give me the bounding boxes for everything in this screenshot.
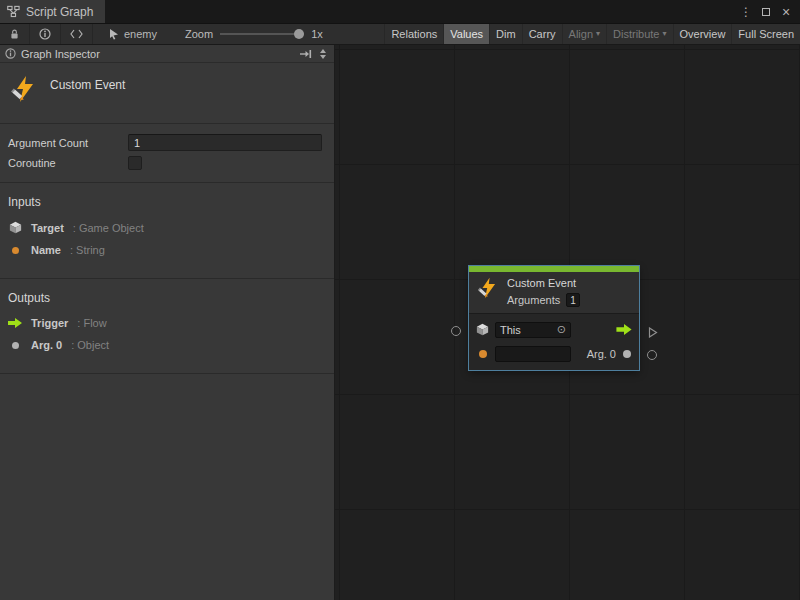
script-graph-icon xyxy=(7,5,20,18)
custom-event-icon xyxy=(477,277,499,299)
coroutine-checkbox[interactable] xyxy=(128,156,142,170)
outputs-section: Outputs Trigger : Flow Arg. 0 : Object xyxy=(0,279,334,374)
custom-event-icon xyxy=(10,75,38,103)
target-port-prompt-circle[interactable] xyxy=(451,326,461,336)
port-name: Target xyxy=(31,222,64,234)
tab-script-graph[interactable]: Script Graph xyxy=(0,0,105,23)
port-name: Trigger xyxy=(31,317,68,329)
zoom-slider-track xyxy=(220,33,304,35)
node-header-text: Custom Event Arguments 1 xyxy=(507,277,580,307)
full-screen-button[interactable]: Full Screen xyxy=(731,24,800,44)
info-icon xyxy=(39,28,51,40)
lock-button[interactable] xyxy=(0,24,30,44)
graph-canvas[interactable]: Custom Event Arguments 1 xyxy=(335,45,800,600)
coroutine-label: Coroutine xyxy=(8,157,128,169)
graph-toolbar: enemy Zoom 1x Relations Values Dim Carry… xyxy=(0,23,800,45)
port-type: : Game Object xyxy=(73,222,144,234)
panel-scrubber[interactable] xyxy=(317,49,329,59)
maximize-icon xyxy=(762,8,770,16)
graph-inspector-panel: Graph Inspector xyxy=(0,45,335,600)
game-object-cube-icon xyxy=(8,221,22,234)
custom-event-node[interactable]: Custom Event Arguments 1 xyxy=(469,266,639,370)
string-value-dot-icon xyxy=(8,247,22,254)
arg0-port-prompt-circle[interactable] xyxy=(647,350,657,360)
align-button-label: Align xyxy=(569,28,593,40)
outputs-heading: Outputs xyxy=(8,291,324,305)
node-arguments-row: Arguments 1 xyxy=(507,293,580,307)
flow-arrow-icon xyxy=(8,317,22,329)
graph-reference[interactable]: enemy xyxy=(109,24,157,44)
code-icon xyxy=(70,29,83,39)
target-object-field[interactable]: This ⊙ xyxy=(495,322,571,338)
port-name: Arg. 0 xyxy=(31,339,62,351)
object-picker-icon[interactable]: ⊙ xyxy=(557,324,566,335)
argument-count-row: Argument Count xyxy=(8,134,322,151)
arguments-label: Arguments xyxy=(507,294,560,306)
dock-panel-icon[interactable] xyxy=(299,49,312,59)
object-value-dot-icon xyxy=(8,342,22,349)
argument-count-label: Argument Count xyxy=(8,137,128,149)
node-name-row: Arg. 0 xyxy=(476,345,632,362)
dim-button[interactable]: Dim xyxy=(489,24,522,44)
graph-pointer-icon xyxy=(109,28,119,40)
align-button[interactable]: Align ▾ xyxy=(562,24,606,44)
argument-count-input[interactable] xyxy=(128,134,322,151)
carry-button[interactable]: Carry xyxy=(522,24,562,44)
graph-inspector-title: Graph Inspector xyxy=(21,48,100,60)
overview-button[interactable]: Overview xyxy=(673,24,732,44)
toolbar-button-group: Relations Values Dim Carry Align ▾ Distr… xyxy=(384,24,800,44)
inspector-fields: Argument Count Coroutine xyxy=(0,124,334,183)
window-controls: ⋮ × xyxy=(738,0,800,23)
node-header[interactable]: Custom Event Arguments 1 xyxy=(469,272,639,313)
values-button[interactable]: Values xyxy=(443,24,489,44)
lock-icon xyxy=(9,28,20,40)
trigger-port-prompt-triangle[interactable] xyxy=(648,324,658,342)
tab-bar: Script Graph ⋮ × xyxy=(0,0,800,23)
info-button[interactable] xyxy=(30,24,61,44)
coroutine-row: Coroutine xyxy=(8,156,322,170)
zoom-value-label: 1x xyxy=(311,28,323,40)
arguments-count-field[interactable]: 1 xyxy=(566,293,580,307)
inputs-section: Inputs Target : Game Object Name xyxy=(0,183,334,279)
tabbar-spacer xyxy=(105,0,738,23)
name-input-port[interactable] xyxy=(476,350,489,358)
list-item: Target : Game Object xyxy=(8,221,324,234)
trigger-flow-port-icon[interactable] xyxy=(616,323,632,336)
code-button[interactable] xyxy=(61,24,93,44)
inspector-event-header: Custom Event xyxy=(0,63,334,124)
list-item: Trigger : Flow xyxy=(8,317,324,329)
close-button[interactable]: × xyxy=(778,4,794,20)
zoom-slider-knob[interactable] xyxy=(294,29,304,39)
scrub-down-icon xyxy=(320,55,326,59)
zoom-slider[interactable] xyxy=(220,29,304,39)
node-body: This ⊙ Arg. 0 xyxy=(469,313,639,370)
node-title: Custom Event xyxy=(507,277,580,290)
graph-name-label: enemy xyxy=(124,28,157,40)
zoom-control: Zoom 1x xyxy=(185,24,323,44)
arg0-output-port[interactable] xyxy=(622,350,632,358)
arg0-label: Arg. 0 xyxy=(587,348,616,360)
port-name: Name xyxy=(31,244,61,256)
port-type: : String xyxy=(70,244,105,256)
chevron-down-icon: ▾ xyxy=(663,30,667,38)
target-field-value: This xyxy=(500,324,521,336)
event-name-input[interactable] xyxy=(495,346,571,362)
event-title: Custom Event xyxy=(50,75,125,92)
scrub-up-icon xyxy=(320,49,326,53)
distribute-button[interactable]: Distribute ▾ xyxy=(606,24,672,44)
window-menu-button[interactable]: ⋮ xyxy=(738,4,754,20)
list-item: Name : String xyxy=(8,244,324,256)
main-area: Graph Inspector xyxy=(0,45,800,600)
distribute-button-label: Distribute xyxy=(613,28,659,40)
graph-inspector-header: Graph Inspector xyxy=(0,45,334,63)
relations-button[interactable]: Relations xyxy=(384,24,443,44)
port-type: : Object xyxy=(71,339,109,351)
game-object-cube-icon[interactable] xyxy=(476,323,489,336)
chevron-down-icon: ▾ xyxy=(596,30,600,38)
script-graph-window: Script Graph ⋮ × xyxy=(0,0,800,600)
inputs-heading: Inputs xyxy=(8,195,324,209)
tab-title: Script Graph xyxy=(26,5,93,19)
zoom-label: Zoom xyxy=(185,28,213,40)
port-type: : Flow xyxy=(77,317,106,329)
maximize-button[interactable] xyxy=(758,4,774,20)
